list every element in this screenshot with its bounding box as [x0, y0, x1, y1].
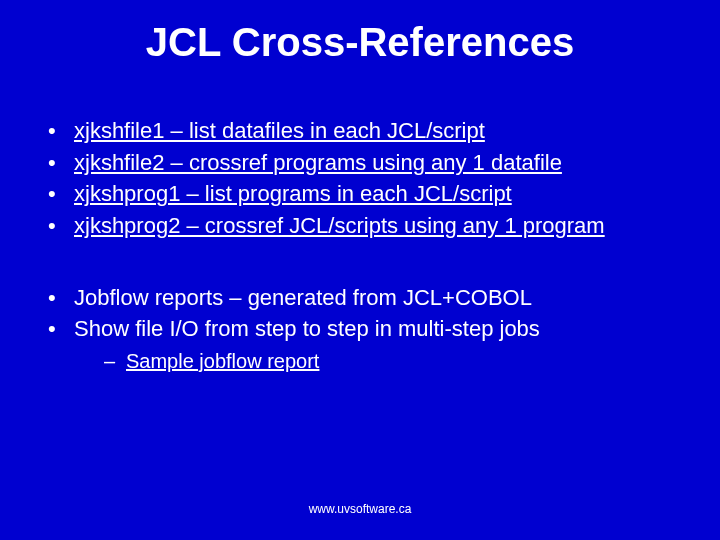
bullet-item: xjkshprog2 – crossref JCL/scripts using …	[44, 211, 690, 241]
xjkshfile2-link[interactable]: xjkshfile2 – crossref programs using any…	[74, 150, 562, 175]
slide-body: xjkshfile1 – list datafiles in each JCL/…	[44, 116, 690, 377]
slide: JCL Cross-References xjkshfile1 – list d…	[0, 0, 720, 540]
bullet-item: xjkshfile1 – list datafiles in each JCL/…	[44, 116, 690, 146]
sub-list: Sample jobflow report	[104, 348, 690, 375]
bullet-list: xjkshfile1 – list datafiles in each JCL/…	[44, 116, 690, 375]
sample-jobflow-link[interactable]: Sample jobflow report	[126, 350, 319, 372]
xjkshprog2-link[interactable]: xjkshprog2 – crossref JCL/scripts using …	[74, 213, 605, 238]
bullet-text: Show file I/O from step to step in multi…	[74, 316, 540, 341]
bullet-item: xjkshprog1 – list programs in each JCL/s…	[44, 179, 690, 209]
xjkshfile1-link[interactable]: xjkshfile1 – list datafiles in each JCL/…	[74, 118, 485, 143]
bullet-text: Jobflow reports – generated from JCL+COB…	[74, 285, 532, 310]
bullet-item: Show file I/O from step to step in multi…	[44, 314, 690, 375]
bullet-item: xjkshfile2 – crossref programs using any…	[44, 148, 690, 178]
footer-url: www.uvsoftware.ca	[0, 502, 720, 516]
bullet-item: Jobflow reports – generated from JCL+COB…	[44, 283, 690, 313]
sub-item: Sample jobflow report	[104, 348, 690, 375]
xjkshprog1-link[interactable]: xjkshprog1 – list programs in each JCL/s…	[74, 181, 512, 206]
slide-title: JCL Cross-References	[0, 20, 720, 65]
